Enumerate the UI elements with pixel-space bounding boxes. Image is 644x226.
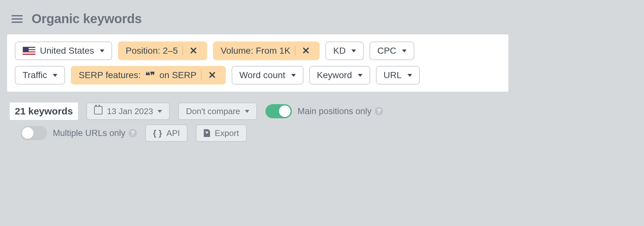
- word-count-filter-label: Word count: [239, 70, 285, 80]
- traffic-filter[interactable]: Traffic: [15, 66, 65, 85]
- kd-filter[interactable]: KD: [325, 41, 364, 60]
- word-count-filter[interactable]: Word count: [232, 66, 303, 85]
- keyword-filter[interactable]: Keyword: [309, 66, 370, 85]
- export-button[interactable]: Export: [196, 124, 246, 142]
- date-picker-button[interactable]: 13 Jan 2023: [86, 103, 170, 120]
- country-filter-label: United States: [40, 46, 94, 56]
- keywords-count-badge: 21 keywords: [10, 103, 78, 120]
- header: Organic keywords: [0, 0, 515, 34]
- position-filter-label: Position: 2–5: [126, 46, 178, 56]
- chevron-down-icon: [53, 74, 57, 77]
- keyword-filter-label: Keyword: [317, 70, 352, 80]
- main-positions-label: Main positions only: [298, 106, 372, 116]
- chevron-down-icon: [402, 50, 407, 52]
- serp-features-suffix: on SERP: [159, 70, 197, 80]
- close-icon[interactable]: ✕: [295, 46, 312, 56]
- cpc-filter-label: CPC: [377, 46, 396, 56]
- calendar-icon: [94, 106, 102, 117]
- help-icon[interactable]: ?: [375, 107, 383, 115]
- page-title: Organic keywords: [32, 12, 142, 26]
- download-icon: [204, 129, 210, 137]
- url-filter[interactable]: URL: [376, 66, 420, 85]
- position-filter[interactable]: Position: 2–5 ✕: [118, 41, 207, 60]
- close-icon[interactable]: ✕: [201, 70, 218, 80]
- filters-panel: United States Position: 2–5 ✕ Volume: Fr…: [7, 34, 508, 92]
- traffic-filter-label: Traffic: [23, 70, 47, 80]
- api-label: API: [167, 128, 180, 138]
- compare-label: Don't compare: [186, 106, 240, 116]
- help-icon[interactable]: ?: [129, 129, 137, 137]
- volume-filter-label: Volume: From 1K: [221, 46, 290, 56]
- chevron-down-icon: [358, 74, 362, 77]
- menu-icon[interactable]: [12, 15, 23, 23]
- multiple-urls-label: Multiple URLs only: [53, 128, 125, 138]
- chevron-down-icon: [158, 110, 162, 113]
- results-toolbar-row2: Multiple URLs only ? { } API Export: [0, 122, 515, 151]
- chevron-down-icon: [245, 110, 249, 113]
- url-filter-label: URL: [384, 70, 402, 80]
- export-label: Export: [215, 128, 239, 138]
- compare-button[interactable]: Don't compare: [178, 103, 257, 120]
- featured-snippet-icon: ❝❞: [145, 70, 155, 81]
- chevron-down-icon: [408, 74, 412, 77]
- results-toolbar: 21 keywords 13 Jan 2023 Don't compare Ma…: [0, 92, 515, 122]
- country-filter[interactable]: United States: [15, 41, 112, 60]
- chevron-down-icon: [351, 50, 356, 52]
- braces-icon: { }: [153, 128, 162, 138]
- main-positions-toggle[interactable]: [265, 104, 292, 118]
- close-icon[interactable]: ✕: [182, 46, 199, 56]
- date-label: 13 Jan 2023: [107, 106, 153, 116]
- serp-features-prefix: SERP features:: [79, 70, 140, 80]
- chevron-down-icon: [291, 74, 296, 77]
- multiple-urls-toggle[interactable]: [21, 126, 47, 140]
- volume-filter[interactable]: Volume: From 1K ✕: [213, 41, 320, 60]
- us-flag-icon: [23, 47, 35, 55]
- chevron-down-icon: [100, 50, 104, 52]
- api-button[interactable]: { } API: [145, 124, 187, 142]
- serp-features-filter[interactable]: SERP features: ❝❞ on SERP ✕: [71, 66, 226, 85]
- kd-filter-label: KD: [333, 46, 346, 56]
- cpc-filter[interactable]: CPC: [370, 41, 414, 60]
